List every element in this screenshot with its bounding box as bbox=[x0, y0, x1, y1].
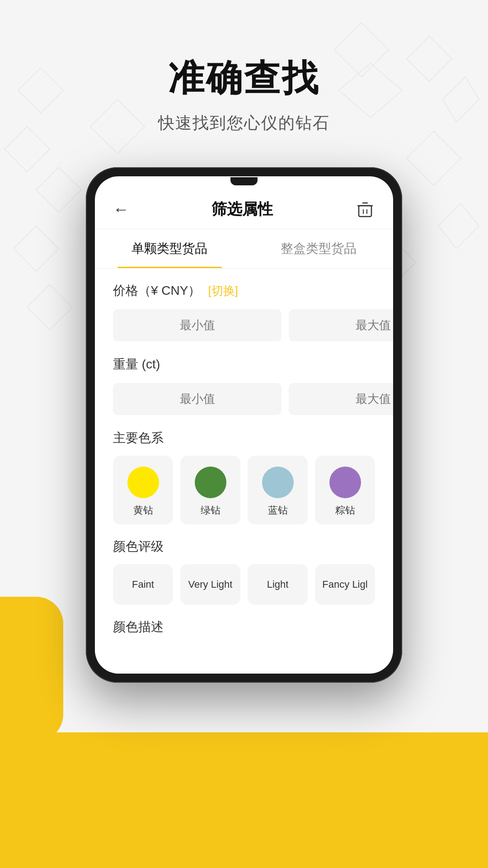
page-sub-title: 快速找到您心仪的钻石 bbox=[0, 112, 488, 134]
phone-mockup: ← 筛选属性 单颗类型货品 整盒类型货品 bbox=[86, 167, 402, 683]
grade-item-light[interactable]: Light bbox=[248, 564, 308, 605]
svg-marker-6 bbox=[36, 167, 81, 212]
weight-input-row: 范围 ▼ bbox=[113, 382, 375, 416]
yellow-accent-left bbox=[0, 597, 63, 741]
weight-min-input[interactable] bbox=[113, 383, 282, 415]
price-max-input[interactable] bbox=[289, 309, 393, 341]
phone-frame: ← 筛选属性 单颗类型货品 整盒类型货品 bbox=[86, 167, 402, 683]
svg-rect-13 bbox=[359, 206, 371, 217]
price-input-row: 范围 ▼ bbox=[113, 308, 375, 342]
grade-section-label: 颜色评级 bbox=[113, 538, 375, 555]
top-section: 准确查找 快速找到您心仪的钻石 bbox=[0, 0, 488, 134]
purple-diamond-circle bbox=[329, 467, 361, 498]
color-section-label: 主要色系 bbox=[113, 429, 375, 447]
tab-single[interactable]: 单颗类型货品 bbox=[95, 229, 244, 268]
currency-switch[interactable]: [切换] bbox=[208, 283, 238, 299]
tabs-container: 单颗类型货品 整盒类型货品 bbox=[95, 229, 393, 269]
description-section-label: 颜色描述 bbox=[113, 618, 375, 636]
color-item-yellow[interactable]: 黄钻 bbox=[113, 456, 173, 524]
yellow-diamond-label: 黄钻 bbox=[133, 504, 153, 517]
back-button[interactable]: ← bbox=[113, 200, 129, 219]
weight-section-label: 重量 (ct) bbox=[113, 356, 375, 373]
green-diamond-circle bbox=[195, 467, 226, 498]
blue-diamond-circle bbox=[262, 467, 294, 498]
blue-diamond-label: 蓝钻 bbox=[268, 504, 288, 517]
green-diamond-label: 绿钻 bbox=[201, 504, 221, 517]
tab-box[interactable]: 整盒类型货品 bbox=[244, 229, 393, 268]
weight-max-input[interactable] bbox=[289, 383, 393, 415]
color-item-purple[interactable]: 粽钻 bbox=[315, 456, 375, 524]
color-item-blue[interactable]: 蓝钻 bbox=[248, 456, 308, 524]
color-grid: 黄钻 绿钻 蓝钻 粽钻 bbox=[113, 456, 375, 524]
phone-notch bbox=[230, 177, 258, 185]
yellow-diamond-circle bbox=[127, 467, 159, 498]
svg-marker-11 bbox=[14, 226, 59, 271]
grade-item-faint[interactable]: Faint bbox=[113, 564, 173, 605]
grade-item-very-light[interactable]: Very Light bbox=[180, 564, 240, 605]
svg-marker-12 bbox=[27, 285, 72, 330]
screen-content: 价格（¥ CNY） [切换] 范围 ▼ 重量 (ct) bbox=[95, 269, 393, 658]
svg-marker-8 bbox=[407, 131, 461, 185]
svg-marker-9 bbox=[438, 203, 479, 249]
screen-title: 筛选属性 bbox=[211, 199, 273, 220]
grade-item-fancy-light[interactable]: Fancy Ligl bbox=[315, 564, 375, 605]
purple-diamond-label: 粽钻 bbox=[335, 504, 355, 517]
page-main-title: 准确查找 bbox=[0, 54, 488, 103]
yellow-accent-bottom bbox=[0, 732, 488, 868]
price-min-input[interactable] bbox=[113, 309, 282, 341]
delete-button[interactable] bbox=[355, 199, 375, 219]
price-section-label: 价格（¥ CNY） [切换] bbox=[113, 282, 375, 299]
color-item-green[interactable]: 绿钻 bbox=[180, 456, 240, 524]
grade-grid: Faint Very Light Light Fancy Ligl bbox=[113, 564, 375, 605]
phone-screen: ← 筛选属性 单颗类型货品 整盒类型货品 bbox=[95, 176, 393, 674]
